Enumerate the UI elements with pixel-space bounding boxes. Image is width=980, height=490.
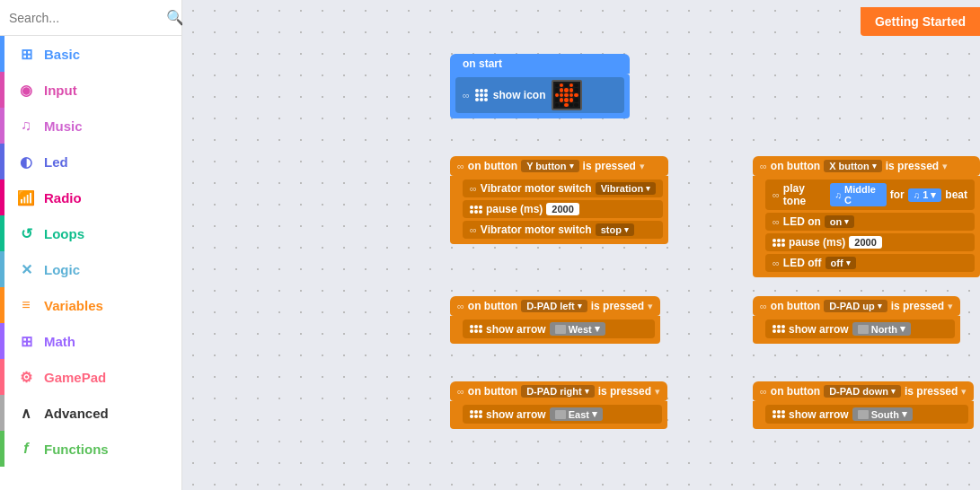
sidebar: 🔍 ⊞ Basic ◉ Input ♫ Music ◐ Led 📶 Radio … [0, 0, 182, 490]
sidebar-label-led: Led [44, 154, 68, 170]
sidebar-item-gamepad[interactable]: ⚙ GamePad [0, 359, 181, 395]
search-input[interactable] [9, 11, 166, 25]
dpad-left-chip[interactable]: D-PAD left [521, 300, 587, 312]
arrow-grid-icon-east [470, 410, 482, 418]
arrow-grid-icon-west [470, 325, 482, 333]
middle-c-chip[interactable]: ♫ Middle C [830, 183, 887, 206]
vibration-chip[interactable]: Vibration [596, 182, 656, 195]
sidebar-item-basic[interactable]: ⊞ Basic [0, 36, 181, 72]
gamepad-icon: ⚙ [17, 369, 35, 386]
on-button-dpad-down-group: ∞ on button D-PAD down is pressed ▾ show… [753, 381, 974, 429]
on-button-x-body: ∞ play tone ♫ Middle C for ♫ 1 ▾ beat [753, 176, 980, 277]
sidebar-label-functions: Functions [44, 442, 109, 457]
led-on-chip[interactable]: on [825, 215, 854, 228]
sidebar-item-functions[interactable]: f Functions [0, 431, 181, 467]
sidebar-label-logic: Logic [44, 262, 80, 277]
dpad-right-header[interactable]: ∞ on button D-PAD right is pressed ▾ [450, 381, 667, 401]
stop-chip[interactable]: stop [596, 223, 634, 236]
east-chip[interactable]: East ▾ [550, 407, 603, 421]
on-button-y-header[interactable]: ∞ on button Y button is pressed ▾ [450, 156, 668, 176]
sidebar-item-radio[interactable]: 📶 Radio [0, 179, 181, 215]
sidebar-item-led[interactable]: ◐ Led [0, 144, 181, 179]
led-on-block[interactable]: ∞ LED on on [765, 213, 975, 231]
advanced-icon: ∧ [17, 405, 35, 422]
pause-block-1[interactable]: pause (ms) 2000 [463, 200, 663, 218]
grid-icon [475, 89, 488, 101]
functions-icon: f [17, 441, 35, 457]
arrow-grid-icon-south [773, 410, 785, 418]
sidebar-label-gamepad: GamePad [44, 370, 106, 385]
search-icon: 🔍 [166, 9, 184, 26]
west-chip[interactable]: West ▾ [550, 322, 605, 336]
sidebar-label-basic: Basic [44, 47, 80, 62]
radio-icon: 📶 [17, 189, 35, 206]
show-icon-label: show icon [493, 89, 546, 101]
sidebar-label-input: Input [44, 83, 77, 98]
on-button-x-header[interactable]: ∞ on button X button is pressed ▾ [753, 156, 980, 176]
dpad-right-chip[interactable]: D-PAD right [521, 385, 595, 398]
sidebar-item-input[interactable]: ◉ Input [0, 72, 181, 108]
on-start-container: ∞ show icon [450, 74, 630, 118]
dpad-up-chip[interactable]: D-PAD up [824, 300, 887, 312]
dpad-left-header[interactable]: ∞ on button D-PAD left is pressed ▾ [450, 296, 660, 316]
show-arrow-east-block[interactable]: show arrow East ▾ [463, 405, 662, 424]
sidebar-label-math: Math [44, 334, 75, 349]
sidebar-label-music: Music [44, 118, 83, 134]
sidebar-item-loops[interactable]: ↺ Loops [0, 215, 181, 251]
show-arrow-north-block[interactable]: show arrow North ▾ [765, 319, 955, 338]
pause-block-2[interactable]: pause (ms) 2000 [765, 233, 975, 251]
on-button-y-group: ∞ on button Y button is pressed ▾ ∞ Vibr… [450, 156, 668, 244]
on-button-x-group: ∞ on button X button is pressed ▾ ∞ play… [753, 156, 980, 277]
north-chip[interactable]: North ▾ [852, 322, 911, 336]
on-button-dpad-right-group: ∞ on button D-PAD right is pressed ▾ sho… [450, 381, 667, 429]
basic-icon: ⊞ [17, 46, 35, 63]
loops-icon: ↺ [17, 225, 35, 242]
on-start-group: on start ∞ show ic [450, 54, 630, 118]
led-off-chip[interactable]: off [825, 257, 856, 269]
math-icon: ⊞ [17, 333, 35, 350]
show-arrow-west-block[interactable]: show arrow West ▾ [463, 319, 655, 338]
pause-grid-icon-2 [773, 239, 785, 247]
dpad-down-body: show arrow South ▾ [753, 401, 974, 429]
dpad-up-header[interactable]: ∞ on button D-PAD up is pressed ▾ [753, 296, 960, 316]
south-chip[interactable]: South ▾ [852, 407, 913, 421]
led-display [552, 80, 582, 110]
show-arrow-south-block[interactable]: show arrow South ▾ [765, 405, 968, 424]
sidebar-label-radio: Radio [44, 190, 82, 206]
sidebar-item-math[interactable]: ⊞ Math [0, 323, 181, 359]
led-off-block[interactable]: ∞ LED off off [765, 254, 975, 272]
on-start-block: on start [450, 54, 630, 74]
dpad-right-body: show arrow East ▾ [450, 401, 667, 429]
on-button-dpad-left-group: ∞ on button D-PAD left is pressed ▾ show… [450, 296, 660, 344]
led-icon: ◐ [17, 153, 35, 171]
dpad-down-header[interactable]: ∞ on button D-PAD down is pressed ▾ [753, 381, 974, 401]
dpad-up-body: show arrow North ▾ [753, 316, 960, 344]
show-icon-block[interactable]: ∞ show icon [455, 77, 624, 113]
arrow-grid-icon-north [773, 325, 785, 333]
dpad-down-chip[interactable]: D-PAD down [824, 385, 901, 398]
beat-val-chip[interactable]: ♫ 1 ▾ [908, 188, 942, 202]
main-canvas: Getting Started on start ∞ [182, 0, 980, 490]
pause-value-2[interactable]: 2000 [849, 236, 881, 249]
getting-started-button[interactable]: Getting Started [861, 7, 980, 36]
vibrator-motor-block-2[interactable]: ∞ Vibrator motor switch stop [463, 221, 663, 239]
sidebar-item-variables[interactable]: ≡ Variables [0, 287, 181, 323]
sidebar-item-logic[interactable]: ✕ Logic [0, 251, 181, 287]
logic-icon: ✕ [17, 261, 35, 278]
play-tone-block[interactable]: ∞ play tone ♫ Middle C for ♫ 1 ▾ beat [765, 179, 975, 210]
on-button-y-body: ∞ Vibrator motor switch Vibration pause … [450, 176, 668, 244]
sidebar-items: ⊞ Basic ◉ Input ♫ Music ◐ Led 📶 Radio ↺ … [0, 36, 181, 490]
sidebar-label-loops: Loops [44, 226, 84, 241]
sidebar-item-music[interactable]: ♫ Music [0, 108, 181, 144]
sidebar-label-advanced: Advanced [44, 406, 109, 421]
x-button-chip[interactable]: X button [824, 160, 882, 172]
dpad-left-body: show arrow West ▾ [450, 316, 660, 344]
sidebar-item-advanced[interactable]: ∧ Advanced [0, 395, 181, 431]
variables-icon: ≡ [17, 297, 35, 313]
pause-grid-icon [470, 206, 482, 214]
vibrator-motor-block-1[interactable]: ∞ Vibrator motor switch Vibration [463, 179, 663, 197]
on-button-dpad-up-group: ∞ on button D-PAD up is pressed ▾ show a… [753, 296, 960, 344]
y-button-chip[interactable]: Y button [521, 160, 578, 172]
pause-value-1[interactable]: 2000 [546, 203, 578, 215]
input-icon: ◉ [17, 82, 35, 99]
